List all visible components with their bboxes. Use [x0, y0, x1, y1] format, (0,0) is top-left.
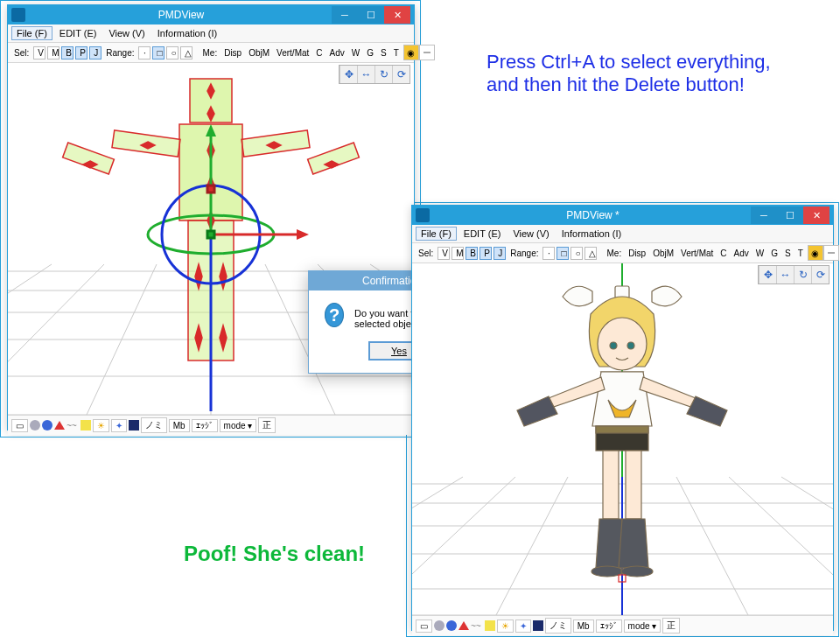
app-icon	[416, 208, 430, 222]
quad-view-icon[interactable]	[823, 245, 839, 261]
menu-file[interactable]: File (F)	[416, 227, 457, 241]
move-icon[interactable]: ↔	[776, 266, 794, 284]
menubar: File (F) EDIT (E) View (V) Information (…	[412, 225, 833, 243]
view-tools: ✥ ↔ ↻ ⟳	[339, 65, 410, 84]
tool-disp[interactable]: Disp	[221, 48, 244, 58]
reset-icon[interactable]: ⟳	[392, 66, 410, 83]
tool-b[interactable]: B	[61, 46, 74, 60]
tool-p[interactable]: P	[75, 46, 88, 60]
sel-label: Sel:	[11, 48, 32, 58]
maximize-button[interactable]: ☐	[358, 6, 384, 24]
close-button[interactable]: ✕	[384, 6, 410, 24]
move-icon[interactable]: ↔	[357, 66, 374, 83]
status-nomi[interactable]: ノミ	[141, 417, 167, 433]
globe-icon[interactable]: ◉	[808, 245, 823, 261]
tool-square[interactable]: □	[556, 247, 569, 260]
toolbar: Sel: V M B P J Range: · □ ○ △ Me: Disp O…	[8, 43, 414, 63]
status-grey-dot	[434, 620, 444, 631]
tool-vertmat[interactable]: Vert/Mat	[274, 48, 312, 58]
tool-m[interactable]: M	[47, 46, 60, 60]
model-clean	[517, 286, 727, 582]
svg-line-40	[676, 477, 748, 615]
tool-circle[interactable]: ○	[570, 247, 583, 260]
tool-w[interactable]: W	[349, 48, 362, 58]
tool-square[interactable]: □	[152, 46, 164, 60]
tool-circle[interactable]: ○	[166, 46, 178, 60]
svg-rect-50	[596, 426, 648, 433]
tool-vertmat[interactable]: Vert/Mat	[678, 248, 716, 258]
minimize-button[interactable]: ─	[332, 6, 358, 24]
status-mode[interactable]: mode ▾	[624, 620, 662, 633]
status-sun[interactable]: ☀	[93, 419, 109, 432]
menu-file[interactable]: File (F)	[11, 26, 52, 40]
menu-edit[interactable]: EDIT (E)	[458, 227, 507, 241]
status-nomi[interactable]: ノミ	[545, 618, 571, 634]
maximize-button[interactable]: ☐	[777, 206, 803, 224]
menu-view[interactable]: View (V)	[508, 227, 554, 241]
rotate-icon[interactable]: ↻	[374, 66, 392, 83]
menu-info[interactable]: Information (I)	[556, 227, 626, 241]
pmdview-window-2: PMDView * ─ ☐ ✕ File (F) EDIT (E) View (…	[411, 205, 834, 631]
tool-tri[interactable]: △	[584, 247, 597, 260]
tool-g[interactable]: G	[364, 48, 376, 58]
status-mb[interactable]: Mb	[573, 620, 594, 633]
tool-t[interactable]: T	[391, 48, 402, 58]
tool-objm[interactable]: ObjM	[246, 48, 272, 58]
tool-j[interactable]: J	[89, 46, 102, 60]
status-blue-dot	[42, 420, 52, 430]
status-mode[interactable]: mode ▾	[220, 419, 257, 432]
tool-m[interactable]: M	[452, 247, 464, 260]
window-title: PMDView *	[435, 209, 751, 221]
svg-line-42	[781, 477, 833, 615]
tool-tri[interactable]: △	[180, 46, 192, 60]
status-star[interactable]: ✦	[111, 419, 127, 432]
quad-view-icon[interactable]	[419, 45, 435, 60]
menu-edit[interactable]: EDIT (E)	[54, 26, 102, 40]
titlebar[interactable]: PMDView * ─ ☐ ✕	[412, 206, 833, 225]
minimize-button[interactable]: ─	[751, 206, 777, 224]
status-yellow	[80, 420, 91, 430]
tool-b[interactable]: B	[466, 247, 478, 260]
annotation-top: Press Ctrl+A to select everything, and t…	[486, 51, 771, 96]
tool-dash[interactable]: ·	[542, 247, 555, 260]
status-star[interactable]: ✦	[515, 620, 531, 633]
status-sun[interactable]: ☀	[497, 620, 514, 633]
tool-s[interactable]: S	[378, 48, 389, 58]
status-edge[interactable]: ｴｯｼﾞ	[192, 419, 218, 432]
menu-view[interactable]: View (V)	[103, 26, 150, 40]
tool-adv[interactable]: Adv	[732, 248, 752, 258]
tool-t[interactable]: T	[795, 248, 806, 258]
globe-icon[interactable]: ◉	[403, 45, 419, 60]
reset-icon[interactable]: ⟳	[811, 266, 829, 284]
status-mb[interactable]: Mb	[169, 419, 190, 432]
tool-c[interactable]: C	[718, 248, 729, 258]
sel-label: Sel:	[416, 248, 436, 258]
tool-v[interactable]: V	[33, 46, 46, 60]
menu-info[interactable]: Information (I)	[152, 26, 222, 40]
titlebar[interactable]: PMDView ─ ☐ ✕	[8, 5, 414, 24]
tool-disp[interactable]: Disp	[626, 248, 648, 258]
svg-rect-17	[63, 143, 115, 174]
status-sei[interactable]: 正	[258, 417, 276, 433]
viewport-2[interactable]: ✥ ↔ ↻ ⟳	[412, 263, 833, 615]
tool-s[interactable]: S	[782, 248, 794, 258]
rotate-icon[interactable]: ↻	[794, 266, 811, 284]
tool-p[interactable]: P	[480, 247, 492, 260]
pan-icon[interactable]: ✥	[759, 266, 776, 284]
tool-c[interactable]: C	[313, 48, 325, 58]
tool-adv[interactable]: Adv	[327, 48, 347, 58]
tool-v[interactable]: V	[438, 247, 450, 260]
range-label: Range:	[103, 48, 136, 58]
pan-icon[interactable]: ✥	[340, 66, 357, 83]
status-sei[interactable]: 正	[662, 618, 680, 634]
tool-dash[interactable]: ·	[138, 46, 150, 60]
status-edge[interactable]: ｴｯｼﾞ	[596, 620, 622, 633]
tool-objm[interactable]: ObjM	[650, 248, 676, 258]
tool-g[interactable]: G	[768, 248, 780, 258]
tool-w[interactable]: W	[753, 248, 766, 258]
status-win[interactable]: ▭	[11, 419, 28, 432]
status-navy	[129, 420, 139, 430]
tool-j[interactable]: J	[494, 247, 506, 260]
close-button[interactable]: ✕	[803, 206, 830, 224]
status-win[interactable]: ▭	[416, 620, 432, 633]
